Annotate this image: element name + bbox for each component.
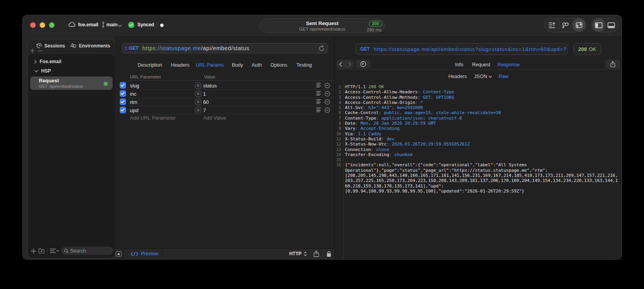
tab-auth[interactable]: Auth: [252, 62, 262, 68]
request-url-bar[interactable]: GET https://statuspage.me/api/embed/stat…: [122, 43, 328, 53]
params-table: slug=statusinc=1rtm=60upd=7Add URL Param…: [115, 82, 334, 123]
cloud-icon: [68, 21, 76, 28]
history-clock-button[interactable]: [356, 60, 370, 69]
toggle-bottom-panel-button[interactable]: [605, 18, 618, 32]
reload-icon[interactable]: [319, 45, 324, 51]
text-lines-icon[interactable]: [316, 83, 321, 88]
tab-sessions-label: Sessions: [44, 43, 65, 49]
share-button[interactable]: [314, 251, 319, 257]
sent-url-box[interactable]: GET https://statuspage.me/api/embed/stat…: [356, 43, 567, 55]
sidebar-remove-button[interactable]: [38, 49, 42, 53]
param-name[interactable]: rtm: [130, 99, 137, 105]
remove-row-icon[interactable]: [325, 107, 330, 113]
param-checkbox[interactable]: [120, 90, 126, 97]
request-list-item-selected[interactable]: Request GET /api/embed/status: [30, 76, 113, 90]
sidebar-add-button[interactable]: [30, 49, 35, 53]
param-name[interactable]: upd: [130, 107, 139, 113]
expand-panel-button[interactable]: [116, 251, 122, 256]
method-select-arrows-icon[interactable]: [125, 46, 127, 51]
request-url-text[interactable]: https://statuspage.me/api/embed/status: [142, 45, 250, 51]
param-operator[interactable]: =: [195, 91, 201, 97]
tab-request[interactable]: Request: [472, 62, 491, 67]
param-operator[interactable]: =: [195, 99, 201, 105]
project-name[interactable]: foe.email: [78, 22, 99, 27]
minimize-window-button[interactable]: [40, 22, 45, 28]
add-folder-button[interactable]: [38, 248, 45, 254]
toggle-sidebar-button[interactable]: [592, 18, 605, 32]
param-value[interactable]: 60: [203, 99, 209, 105]
titlebar-divider: [157, 22, 157, 28]
history-nav-buttons[interactable]: [336, 60, 354, 69]
add-param-placeholder[interactable]: Add URL Parameter: [130, 115, 176, 121]
remove-row-icon[interactable]: [325, 91, 330, 96]
response-line: 2Access-Control-Allow-Headers: Content-T…: [335, 89, 622, 95]
subtab-json[interactable]: JSON: [474, 74, 492, 79]
param-checkbox[interactable]: [120, 98, 126, 105]
param-row[interactable]: rtm=60: [115, 98, 334, 106]
tab-environments[interactable]: Environments: [70, 43, 110, 49]
preview-button[interactable]: Preview: [131, 251, 158, 256]
param-operator[interactable]: =: [195, 107, 201, 113]
footer-separator: [323, 251, 323, 257]
tab-description[interactable]: Description: [138, 62, 162, 68]
zoom-window-button[interactable]: [49, 22, 55, 28]
param-checkbox[interactable]: [120, 107, 126, 113]
tab-response[interactable]: Response: [498, 62, 520, 67]
send-receive-button[interactable]: [572, 18, 586, 32]
param-name[interactable]: inc: [130, 91, 137, 97]
add-param-row[interactable]: Add URL ParameterAdd Value: [115, 115, 334, 123]
url-host: statuspage.me: [161, 45, 201, 51]
tree-item-label: HSP: [41, 68, 51, 74]
sync-loop-button[interactable]: [559, 18, 573, 32]
param-row[interactable]: upd=7: [115, 106, 334, 115]
tab-testing[interactable]: Testing: [296, 62, 312, 68]
tab-url-params[interactable]: URL Params: [196, 62, 224, 68]
response-line: 60,218,159,138,178,135,173,141],"upd":: [335, 184, 622, 189]
response-status-box: 200 OK: [573, 43, 601, 55]
unsaved-indicator-dot: [160, 24, 164, 27]
subtab-json-label: JSON: [474, 74, 487, 79]
response-line: 11X-Status-Build: dev: [335, 136, 622, 142]
tab-info[interactable]: Info: [455, 62, 463, 67]
chevron-down-icon[interactable]: [118, 24, 122, 27]
param-value[interactable]: status: [203, 83, 217, 89]
param-operator[interactable]: =: [195, 82, 201, 89]
tree-item-foe-email[interactable]: Foe.email: [34, 59, 61, 64]
close-window-button[interactable]: [30, 22, 36, 28]
view-options-button[interactable]: [50, 248, 59, 254]
param-row[interactable]: inc=1: [115, 90, 334, 98]
add-request-button[interactable]: [31, 249, 36, 254]
param-name[interactable]: slug: [130, 83, 139, 89]
param-value[interactable]: 7: [203, 107, 206, 113]
remove-row-icon[interactable]: [325, 99, 330, 105]
tab-options[interactable]: Options: [270, 62, 287, 68]
subtab-headers[interactable]: Headers: [448, 74, 467, 79]
param-row[interactable]: slug=status: [115, 82, 334, 90]
search-input[interactable]: Search: [61, 247, 113, 255]
share-response-button[interactable]: [605, 60, 620, 69]
sent-request-pill[interactable]: Sent Request GET /api/embed/status 200 2…: [260, 18, 385, 33]
param-checkbox[interactable]: [120, 82, 126, 89]
clock-icon: [360, 61, 366, 67]
response-raw-view[interactable]: 1HTTP/1.1 200 OK2Access-Control-Allow-He…: [335, 81, 622, 259]
text-lines-icon[interactable]: [316, 99, 321, 104]
tree-item-hsp[interactable]: HSP: [34, 68, 51, 74]
lock-icon[interactable]: [327, 251, 331, 257]
chevron-right-icon: [34, 60, 37, 64]
remove-row-icon[interactable]: [325, 83, 330, 88]
sort-list-button[interactable]: [545, 18, 559, 32]
method-label[interactable]: GET: [129, 45, 139, 51]
branch-name[interactable]: main: [106, 22, 117, 27]
request-status-dot: [104, 82, 108, 86]
text-lines-icon[interactable]: [316, 91, 321, 96]
add-value-placeholder[interactable]: Add Value: [203, 115, 226, 121]
text-lines-icon[interactable]: [316, 107, 321, 113]
chevron-left-icon: [339, 62, 342, 67]
tab-sessions[interactable]: Sessions: [36, 43, 65, 49]
param-value[interactable]: 1: [203, 91, 206, 97]
tab-headers[interactable]: Headers: [171, 62, 189, 68]
protocol-select[interactable]: HTTP: [289, 251, 301, 256]
response-status-code: 200: [578, 46, 587, 52]
tab-body[interactable]: Body: [232, 62, 243, 68]
subtab-raw[interactable]: Raw: [498, 74, 508, 79]
